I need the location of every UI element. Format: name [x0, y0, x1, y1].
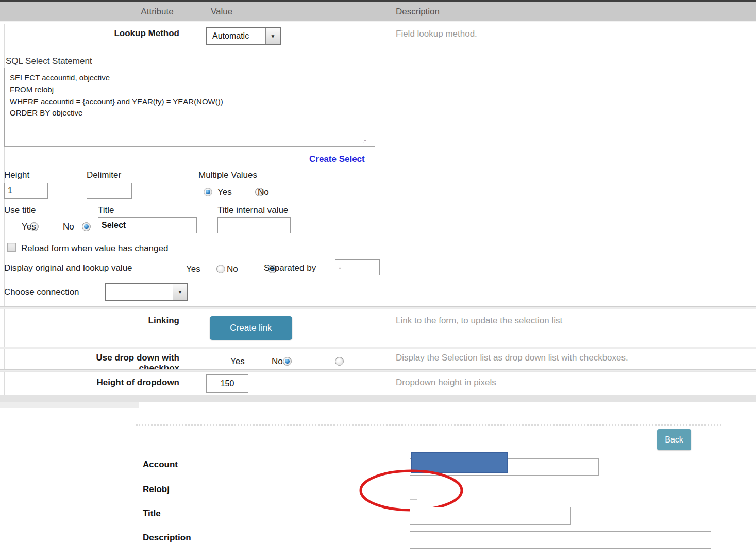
linking-label: Linking — [76, 316, 179, 326]
field-configuration-screen: Attribute Value Description Lookup Metho… — [0, 0, 756, 557]
separated-by-label: Separated by — [264, 263, 316, 273]
row-divider — [0, 369, 756, 372]
dropdown-with-checkbox-yes-radio[interactable] — [283, 357, 292, 366]
lookup-method-label: Lookup Method — [76, 28, 179, 39]
display-original-label: Display original and lookup value — [4, 263, 132, 273]
title-label: Title — [98, 205, 114, 216]
relobj-label: Relobj — [143, 484, 170, 495]
use-title-no-radio[interactable] — [82, 222, 91, 231]
multiple-values-no-label: No — [258, 187, 269, 198]
display-original-yes-label: Yes — [186, 264, 200, 274]
use-title-yes-label: Yes — [22, 222, 36, 232]
dropdown-with-checkbox-no-label: No — [272, 356, 283, 367]
sql-statement-label: SQL Select Statement — [6, 56, 92, 67]
delimiter-input[interactable] — [87, 183, 132, 199]
multiple-values-yes-label: Yes — [217, 187, 232, 198]
dropdown-height-label: Height of dropdown — [76, 378, 179, 388]
reload-form-label: Reload form when value has changed — [21, 243, 168, 254]
column-header-attribute: Attribute — [131, 7, 183, 17]
title-internal-value-label: Title internal value — [217, 205, 288, 216]
preview-description-input[interactable] — [410, 531, 711, 549]
separated-by-input[interactable] — [335, 259, 380, 275]
dropdown-height-input[interactable] — [206, 374, 248, 393]
delimiter-label: Delimiter — [87, 170, 121, 181]
preview-description-label: Description — [143, 533, 191, 543]
account-label: Account — [143, 460, 178, 470]
lookup-method-description: Field lookup method. — [396, 29, 477, 39]
dropdown-with-checkbox-yes-label: Yes — [230, 356, 245, 367]
chevron-down-icon[interactable]: ▼ — [173, 284, 187, 300]
dropdown-with-checkbox-description: Display the Selection list as drop down … — [396, 353, 628, 363]
panel-footer-stub — [0, 402, 139, 408]
title-internal-value-input[interactable] — [217, 217, 291, 233]
use-title-no-label: No — [63, 222, 74, 232]
create-select-link[interactable]: Create Select — [309, 154, 365, 165]
redaction-overlay — [411, 452, 508, 473]
table-header-bar — [0, 2, 756, 22]
row-divider — [0, 347, 756, 349]
sql-statement-textarea[interactable]: SELECT accountid, objective FROM relobj … — [4, 68, 375, 147]
use-title-label: Use title — [4, 205, 36, 216]
row-divider — [0, 306, 756, 309]
back-button[interactable]: Back — [657, 429, 691, 450]
create-link-button[interactable]: Create link — [210, 316, 292, 340]
preview-title-input[interactable] — [410, 507, 571, 525]
height-input[interactable] — [4, 183, 48, 199]
height-label: Height — [4, 170, 29, 181]
preview-title-label: Title — [143, 509, 161, 519]
dotted-separator — [136, 424, 721, 426]
lookup-method-selected-value: Automatic — [207, 28, 265, 44]
relobj-input[interactable] — [410, 483, 417, 500]
dropdown-height-description: Dropdown height in pixels — [396, 378, 496, 388]
column-header-value: Value — [206, 7, 237, 17]
lookup-method-select[interactable]: Automatic ▼ — [206, 27, 281, 45]
multiple-values-label: Multiple Values — [198, 170, 257, 181]
display-original-no-label: No — [227, 264, 238, 274]
panel-footer-bar — [0, 395, 756, 402]
choose-connection-label: Choose connection — [4, 287, 79, 298]
multiple-values-yes-radio[interactable] — [204, 188, 212, 196]
choose-connection-select[interactable]: ▼ — [105, 283, 188, 301]
display-original-yes-radio[interactable] — [216, 265, 225, 273]
reload-form-checkbox[interactable] — [7, 243, 16, 252]
linking-description: Link to the form, to update the selectio… — [396, 316, 562, 326]
title-input[interactable] — [98, 217, 197, 233]
chevron-down-icon[interactable]: ▼ — [265, 28, 280, 44]
dropdown-with-checkbox-no-radio[interactable] — [335, 357, 344, 366]
choose-connection-selected-value — [106, 284, 173, 300]
column-header-description: Description — [396, 7, 440, 17]
